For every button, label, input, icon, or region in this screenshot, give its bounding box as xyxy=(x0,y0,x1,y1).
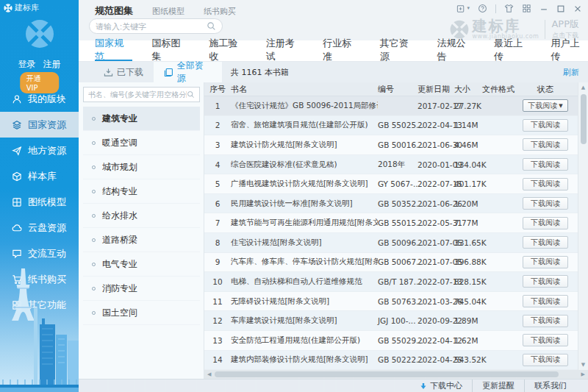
table-row[interactable]: 1 《住宅设计规范》GB 50096-2011局部修订条文及说... 2017-… xyxy=(204,96,578,116)
help-icon[interactable] xyxy=(478,4,487,13)
table-row[interactable]: 9 汽车库、修车库、停车场设计防火规范[附条文说明] GB 50067... 2… xyxy=(204,253,578,273)
table-row[interactable]: 2 宿舍、旅馆建筑项目规范(住建部公开版) GB 55025... 2022-0… xyxy=(204,116,578,136)
scroll-down-arrow-icon[interactable]: ▼ xyxy=(578,362,588,368)
sidebar-item-my-section[interactable]: 我的版块 xyxy=(0,86,79,112)
category-item[interactable]: 暖通空调 xyxy=(83,131,200,155)
download-read-button[interactable]: 下载阅读 ▼ xyxy=(523,354,568,366)
download-read-button[interactable]: 下载阅读 ▼ xyxy=(523,99,568,112)
subtab-downloaded[interactable]: 已下载 xyxy=(93,62,154,82)
category-item[interactable]: 电气专业 xyxy=(83,252,200,277)
category-search-input[interactable] xyxy=(88,90,187,99)
download-read-button[interactable]: 下载阅读 ▼ xyxy=(523,295,568,307)
download-read-button[interactable]: 下载阅读 ▼ xyxy=(523,275,568,288)
horizontal-scrollbar[interactable]: ◀ ▶ xyxy=(204,370,588,379)
sidebar-item-label: 云盘资源 xyxy=(28,221,66,235)
vertical-scrollbar[interactable]: ▲ ▼ xyxy=(578,82,588,370)
search-input[interactable] xyxy=(96,22,207,31)
cell-no: 10 xyxy=(204,277,231,286)
tab[interactable]: 法规公告 xyxy=(437,40,474,61)
horizontal-scroll-thumb[interactable] xyxy=(215,371,559,377)
tab[interactable]: 国家规范 xyxy=(95,40,132,61)
tab[interactable]: 施工验收 xyxy=(209,40,246,61)
tab[interactable]: 行业标准 xyxy=(323,40,360,61)
category-label: 暖通空调 xyxy=(102,137,137,149)
download-read-button[interactable]: 下载阅读 ▼ xyxy=(523,197,568,210)
topnav-paper-books[interactable]: 纸书购买 xyxy=(204,6,236,17)
register-link[interactable]: 注册 xyxy=(43,59,61,69)
update-reminder-button[interactable]: 更新提醒 xyxy=(472,379,524,392)
tab[interactable]: 用户上传 xyxy=(551,40,588,61)
tab[interactable]: 国标图集 xyxy=(152,40,190,61)
category-item[interactable]: 城市规划 xyxy=(83,155,200,179)
table-row[interactable]: 5 广播电视建筑设计防火规范[附条文说明] GY 5067-... 2022-0… xyxy=(204,174,578,194)
category-item[interactable]: 消防专业 xyxy=(83,277,200,301)
contact-us-button[interactable]: 联系我们 xyxy=(524,379,576,392)
scroll-right-arrow-icon[interactable]: ▶ xyxy=(581,370,585,379)
cell-title: 安全防范工程通用规范(住建部公开版) xyxy=(231,335,378,346)
table-row[interactable]: 7 建筑节能与可再生能源利用通用规范[附条文说明] GB 55015... 20… xyxy=(204,213,578,233)
watermark-brand: 建标库 xyxy=(472,18,539,33)
category-item[interactable]: 道路桥梁 xyxy=(83,228,200,252)
download-read-button[interactable]: 下载阅读 ▼ xyxy=(523,178,568,190)
table-row[interactable]: 6 民用建筑设计统一标准[附条文说明] GB 50352... 2021-06-… xyxy=(204,194,578,214)
apps-icon[interactable] xyxy=(522,4,531,13)
table-row[interactable]: 12 车库建筑设计规范[附条文说明] JGJ 100-... 2020-09-2… xyxy=(204,311,578,331)
category-item[interactable]: 国土空间 xyxy=(83,301,200,325)
download-read-button[interactable]: 下载阅读 ▼ xyxy=(523,138,568,151)
scroll-up-arrow-icon[interactable]: ▲ xyxy=(578,85,588,90)
topnav-drawing-models[interactable]: 图纸模型 xyxy=(152,6,184,17)
tab[interactable]: 最近上传 xyxy=(494,40,531,61)
tab[interactable]: 其它资源 xyxy=(380,40,417,61)
vertical-scroll-thumb[interactable] xyxy=(581,94,587,144)
sidebar-item-drawing-models[interactable]: 图纸模型 xyxy=(0,189,79,215)
download-read-button[interactable]: 下载阅读 ▼ xyxy=(523,119,568,132)
sidebar-item-local-resources[interactable]: 地方资源 xyxy=(0,138,79,163)
sidebar-item-sample-library[interactable]: 样本库 xyxy=(0,163,79,189)
cell-size: 1.20M xyxy=(454,199,482,208)
sidebar-item-cloud-resources[interactable]: 云盘资源 xyxy=(0,215,79,240)
cell-title: 建筑设计防火规范[附条文说明] xyxy=(231,140,378,150)
cell-title: 汽车库、修车库、停车场设计防火规范[附条文说明] xyxy=(231,257,378,267)
bullet-icon xyxy=(92,238,96,242)
category-item[interactable]: 建筑专业 xyxy=(83,107,200,131)
search-icon[interactable] xyxy=(207,21,216,31)
table-row[interactable]: 14 建筑内部装修设计防火规范[附条文说明] GB 50222... 2022-… xyxy=(204,351,578,371)
download-read-button[interactable]: 下载阅读 ▼ xyxy=(523,315,568,327)
skin-icon[interactable] xyxy=(504,4,514,13)
table-row[interactable]: 13 安全防范工程通用规范(住建部公开版) GB 55029... 2022-0… xyxy=(204,331,578,351)
tab[interactable]: 注册考试 xyxy=(266,40,304,61)
maximize-icon[interactable] xyxy=(556,4,565,13)
scroll-left-arrow-icon[interactable]: ◀ xyxy=(207,370,211,379)
search-icon[interactable] xyxy=(187,90,195,99)
login-link[interactable]: 登录 xyxy=(18,59,36,69)
table-row[interactable]: 3 建筑设计防火规范[附条文说明] GB 50016... 2021-06-30… xyxy=(204,135,578,155)
refresh-link[interactable]: 刷新 xyxy=(563,62,579,82)
close-icon[interactable] xyxy=(573,4,582,13)
cell-size: 134.04K xyxy=(454,160,482,169)
cell-no: 12 xyxy=(204,316,231,325)
snapshot-icon[interactable]: ▾ xyxy=(456,4,470,13)
cell-no: 6 xyxy=(204,199,231,208)
download-read-button[interactable]: 下载阅读 ▼ xyxy=(523,158,568,171)
subtab-all-resources[interactable]: 全部资源 xyxy=(154,62,222,82)
table-row[interactable]: 8 住宅设计规范[附条文说明] GB 50096... 2021-07-05 3… xyxy=(204,233,578,253)
cell-date: 2017-02-17 xyxy=(417,101,454,110)
download-read-button[interactable]: 下载阅读 ▼ xyxy=(523,256,568,268)
table-row[interactable]: 11 无障碍设计规范[附条文说明] GB 50763... 2021-03-26… xyxy=(204,292,578,312)
table-row[interactable]: 4 综合医院建设标准(征求意见稿) 2018年 2020-01-09 134.0… xyxy=(204,155,578,175)
sidebar-item-communication[interactable]: 交流互动 xyxy=(0,240,79,266)
category-item[interactable]: 给水排水 xyxy=(83,204,200,228)
category-panel: 建筑专业 暖通空调 城市规划 xyxy=(79,82,204,379)
brand-logo-icon xyxy=(25,19,54,51)
download-read-button[interactable]: 下载阅读 ▼ xyxy=(523,236,568,249)
category-item[interactable]: 结构专业 xyxy=(83,179,200,204)
sidebar-item-national-resources[interactable]: 国家资源 xyxy=(0,112,79,138)
minimize-icon[interactable] xyxy=(539,4,548,13)
cell-action: 下载阅读 ▼ xyxy=(516,178,575,190)
table-row[interactable]: 10 电梯、自动扶梯和自动人行道维修规范 GB/T 187... 2022-07… xyxy=(204,272,578,292)
download-center-button[interactable]: 下载中心 xyxy=(410,379,472,392)
download-read-button[interactable]: 下载阅读 ▼ xyxy=(523,334,568,346)
topnav-spec-atlas[interactable]: 规范图集 xyxy=(95,4,133,18)
download-read-button[interactable]: 下载阅读 ▼ xyxy=(523,217,568,229)
cell-title: 住宅设计规范[附条文说明] xyxy=(231,238,378,248)
